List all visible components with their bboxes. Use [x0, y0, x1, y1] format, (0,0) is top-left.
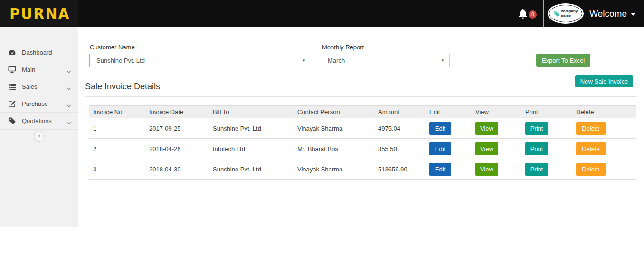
- sidebar-collapse-button[interactable]: «: [34, 131, 45, 142]
- select-caret-icon: ▼: [302, 58, 306, 63]
- company-logo[interactable]: company name: [548, 3, 584, 24]
- sidebar: Dashboard Main Sales Purchase Quotati: [0, 27, 78, 227]
- edit-button[interactable]: Edit: [429, 122, 451, 135]
- notifications-button[interactable]: 8: [518, 9, 537, 19]
- chevron-down-icon: [66, 119, 71, 123]
- sidebar-item-dashboard[interactable]: Dashboard: [0, 44, 78, 61]
- app-logo[interactable]: PURNA: [0, 0, 78, 27]
- customer-name-value: Sunshine Pvt. Ltd: [96, 57, 302, 64]
- invoice-table-body: 1 2017-09-25 Sunshine Pvt. Ltd Vinayak S…: [89, 118, 636, 180]
- cell-invoice-no: 2: [89, 139, 145, 159]
- col-header-bill-to: Bill To: [209, 106, 294, 118]
- main-content: Customer Name Sunshine Pvt. Ltd ▼ Monthl…: [79, 27, 644, 227]
- table-header-row: Invoice No Invoice Date Bill To Contact …: [89, 106, 636, 118]
- bell-icon: [518, 9, 528, 19]
- notification-badge: 8: [529, 10, 537, 19]
- cell-invoice-date: 2018-04-30: [145, 159, 209, 180]
- sidebar-item-sales[interactable]: Sales: [0, 78, 78, 95]
- new-sale-invoice-button[interactable]: New Sale Invoice: [575, 75, 633, 87]
- cell-invoice-no: 3: [89, 159, 145, 180]
- sidebar-collapse-row: «: [0, 130, 78, 142]
- top-header: PURNA 8 company name Welcome: [0, 0, 644, 27]
- customer-name-label: Customer Name: [90, 44, 135, 51]
- cell-amount: 4975.04: [374, 118, 426, 139]
- view-button[interactable]: View: [475, 142, 498, 155]
- edit-square-icon: [8, 100, 16, 108]
- cell-contact-person: Vinayak Sharma: [294, 159, 374, 180]
- cell-contact-person: Vinayak Sharma: [294, 118, 374, 139]
- col-header-invoice-no: Invoice No: [89, 106, 145, 118]
- edit-button[interactable]: Edit: [429, 142, 451, 155]
- chevron-down-icon: [66, 85, 71, 88]
- cell-bill-to: Sunshine Pvt. Ltd: [209, 159, 294, 180]
- col-header-amount: Amount: [374, 106, 426, 118]
- cell-invoice-date: 2017-09-25: [145, 118, 209, 139]
- table-row: 3 2018-04-30 Sunshine Pvt. Ltd Vinayak S…: [89, 159, 636, 180]
- sidebar-item-label: Quotations: [22, 117, 66, 124]
- company-tag-icon: [554, 10, 560, 17]
- view-button[interactable]: View: [475, 122, 498, 135]
- app-logo-text: PURNA: [9, 5, 70, 22]
- table-row: 2 2018-04-26 Infotech Ltd. Mr. Bharat Bo…: [89, 139, 636, 159]
- edit-button[interactable]: Edit: [429, 163, 451, 176]
- invoice-table: Invoice No Invoice Date Bill To Contact …: [89, 105, 636, 180]
- print-button[interactable]: Print: [525, 122, 548, 135]
- monthly-report-select[interactable]: March ▼: [322, 54, 450, 67]
- sidebar-item-label: Purchase: [22, 100, 66, 107]
- print-button[interactable]: Print: [525, 163, 548, 176]
- customer-name-select[interactable]: Sunshine Pvt. Ltd ▼: [89, 54, 311, 67]
- page-title: Sale Invoice Details: [85, 82, 160, 92]
- title-divider: [85, 96, 637, 97]
- sidebar-item-purchase[interactable]: Purchase: [0, 95, 78, 113]
- cell-contact-person: Mr. Bharat Bos: [294, 139, 374, 159]
- cell-bill-to: Infotech Ltd.: [209, 139, 294, 159]
- select-caret-icon: ▼: [441, 58, 445, 63]
- cell-invoice-date: 2018-04-26: [145, 139, 209, 159]
- print-button[interactable]: Print: [525, 142, 548, 155]
- col-header-delete: Delete: [572, 106, 636, 118]
- welcome-label: Welcome: [589, 9, 627, 19]
- col-header-contact-person: Contact Person: [294, 106, 374, 118]
- sidebar-spacer: [0, 27, 78, 44]
- sidebar-item-label: Dashboard: [22, 49, 71, 56]
- table-row: 1 2017-09-25 Sunshine Pvt. Ltd Vinayak S…: [89, 118, 636, 139]
- delete-button[interactable]: Delete: [576, 122, 606, 135]
- header-divider: [543, 0, 544, 27]
- sidebar-item-label: Sales: [22, 83, 66, 90]
- sidebar-item-label: Main: [22, 66, 66, 73]
- cell-amount: 513659.90: [374, 159, 426, 180]
- tag-icon: [8, 117, 16, 125]
- col-header-edit: Edit: [426, 106, 472, 118]
- monthly-report-value: March: [328, 57, 441, 64]
- chevron-down-icon: [631, 13, 635, 16]
- chevron-down-icon: [66, 102, 71, 105]
- sidebar-item-main[interactable]: Main: [0, 61, 78, 78]
- monitor-icon: [8, 66, 16, 74]
- col-header-invoice-date: Invoice Date: [145, 106, 209, 118]
- chevron-down-icon: [66, 68, 71, 71]
- cell-amount: 855.50: [374, 139, 426, 159]
- delete-button[interactable]: Delete: [576, 142, 606, 155]
- col-header-print: Print: [521, 106, 572, 118]
- list-icon: [8, 83, 16, 91]
- col-header-view: View: [472, 106, 521, 118]
- company-logo-line2: name: [561, 13, 571, 18]
- delete-button[interactable]: Delete: [576, 163, 606, 176]
- cell-invoice-no: 1: [89, 118, 145, 139]
- monthly-report-label: Monthly Report: [322, 44, 364, 51]
- dashboard-icon: [8, 48, 16, 57]
- welcome-menu[interactable]: Welcome: [589, 9, 635, 19]
- view-button[interactable]: View: [475, 163, 498, 176]
- sidebar-item-quotations[interactable]: Quotations: [0, 113, 78, 130]
- cell-bill-to: Sunshine Pvt. Ltd: [209, 118, 294, 139]
- export-to-excel-button[interactable]: Export To Excel: [536, 54, 590, 67]
